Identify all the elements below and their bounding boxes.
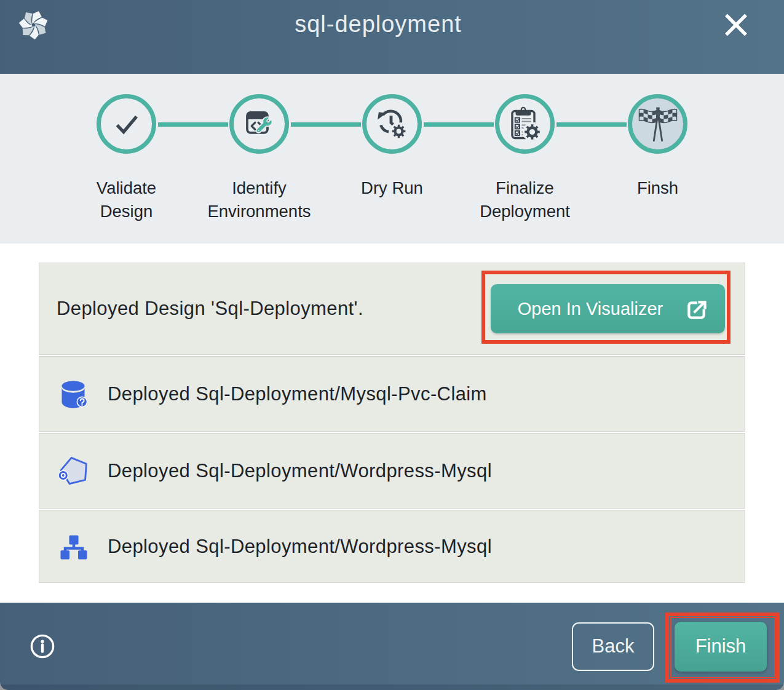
info-icon: [30, 634, 55, 659]
check-icon: [111, 108, 143, 140]
results-panel: Deployed Design 'Sql-Deployment'. Open I…: [0, 244, 784, 603]
step-finish: Finsh: [592, 94, 724, 223]
steps-row: Validate Design Ident: [0, 74, 784, 223]
step-circle-dry-run: [362, 94, 422, 154]
database-icon: [59, 379, 89, 409]
finish-button[interactable]: Finish: [675, 622, 767, 672]
dialog-header: sql-deployment: [0, 0, 784, 74]
step-label: Identify Environments: [205, 176, 314, 223]
step-finalize-deployment: Finalize Deployment: [459, 94, 592, 223]
dialog-footer: Back Finish: [0, 603, 784, 690]
step-connector: [291, 122, 361, 127]
step-label: Finalize Deployment: [471, 176, 579, 223]
step-connector: [158, 122, 228, 127]
open-in-new-icon: [686, 298, 708, 320]
deploy-message: Deployed Design 'Sql-Deployment'.: [57, 298, 363, 320]
step-identify-environments: Identify Environments: [193, 94, 326, 223]
open-in-visualizer-button[interactable]: Open In Visualizer: [491, 284, 725, 333]
step-label: Finsh: [637, 176, 678, 200]
step-dry-run: Dry Run: [326, 94, 459, 223]
sitemap-icon: [59, 532, 89, 561]
info-button[interactable]: [30, 634, 55, 659]
step-circle-finish: [628, 94, 687, 154]
step-circle-identify-environments: [229, 94, 289, 154]
back-button[interactable]: Back: [572, 622, 654, 671]
step-label: Dry Run: [361, 176, 423, 200]
deployed-item-row: Deployed Sql-Deployment/Wordpress-Mysql: [39, 433, 745, 509]
step-circle-validate-design: [97, 94, 156, 154]
deployed-item-text: Deployed Sql-Deployment/Mysql-Pvc-Claim: [108, 383, 487, 405]
step-validate-design: Validate Design: [60, 94, 193, 223]
pentagon-icon: [59, 456, 89, 486]
deployed-item-text: Deployed Sql-Deployment/Wordpress-Mysql: [108, 536, 492, 558]
deployed-item-text: Deployed Sql-Deployment/Wordpress-Mysql: [108, 460, 492, 482]
step-label: Validate Design: [73, 176, 181, 223]
step-connector: [424, 122, 494, 127]
open-in-visualizer-label: Open In Visualizer: [518, 299, 663, 319]
deployment-stepper: Validate Design Ident: [0, 74, 784, 244]
deployment-dialog: sql-deployment Validate Design: [0, 0, 784, 690]
step-circle-finalize-deployment: [495, 94, 555, 154]
close-icon[interactable]: [724, 13, 748, 37]
clock-history-gear-icon: [375, 107, 410, 141]
checkered-flags-icon: [635, 104, 681, 145]
deployed-item-row: Deployed Sql-Deployment/Wordpress-Mysql: [39, 510, 745, 583]
deploy-summary-card: Deployed Design 'Sql-Deployment'. Open I…: [39, 263, 745, 355]
code-window-wrench-icon: [242, 107, 277, 141]
dialog-title: sql-deployment: [0, 8, 756, 40]
clipboard-gear-icon: [507, 106, 544, 143]
deployed-item-row: Deployed Sql-Deployment/Mysql-Pvc-Claim: [39, 356, 745, 432]
step-connector: [556, 122, 627, 127]
